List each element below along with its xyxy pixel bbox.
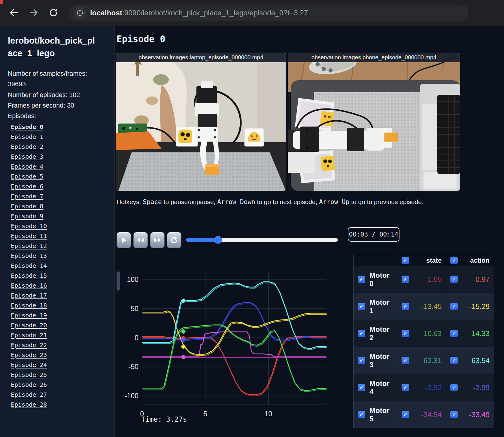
browser-reload-button[interactable]: [46, 5, 61, 20]
sidebar-episode-link[interactable]: Episode 25: [11, 370, 106, 380]
svg-text:50: 50: [131, 305, 138, 313]
state-column-checkbox[interactable]: [402, 257, 409, 264]
sidebar-episode-link[interactable]: Episode 7: [11, 191, 106, 201]
state-value: 10.63: [424, 329, 442, 338]
sidebar-episode-link[interactable]: Episode 8: [11, 201, 106, 211]
sidebar-episode-link[interactable]: Episode 16: [11, 281, 106, 291]
sidebar-episode-link[interactable]: Episode 4: [11, 162, 106, 172]
episodes-label: Episodes:: [8, 111, 99, 121]
video-panel-laptop[interactable]: observation.images.laptop_episode_000000…: [116, 53, 286, 191]
url-host: localhost: [90, 9, 122, 17]
sidebar-episode-link[interactable]: Episode 24: [11, 360, 106, 370]
fast-forward-icon: [153, 237, 161, 244]
browser-back-button[interactable]: [7, 5, 21, 20]
slider-fill: [186, 238, 218, 242]
motor-chart-svg: 100500-50-1000510: [119, 254, 329, 422]
sidebar-episode-link[interactable]: Episode 28: [11, 400, 106, 410]
video-title-bar: observation.images.phone_episode_000000.…: [288, 53, 460, 62]
motor-row-checkbox[interactable]: [358, 276, 365, 283]
motor-chart[interactable]: 100500-50-1000510: [119, 254, 329, 422]
svg-text:0: 0: [135, 334, 138, 342]
sidebar-episode-link[interactable]: Episode 18: [11, 301, 106, 310]
action-value-checkbox[interactable]: [450, 384, 458, 391]
sidebar-episode-link[interactable]: Episode 6: [11, 182, 106, 191]
state-value-checkbox[interactable]: [402, 384, 409, 391]
loop-button[interactable]: [167, 232, 181, 248]
motor-row-checkbox[interactable]: [358, 330, 365, 337]
motor-label: Motor 3: [369, 352, 393, 369]
sidebar-episode-link[interactable]: Episode 20: [11, 320, 106, 330]
slider-knob[interactable]: [214, 236, 222, 244]
browser-forward-button[interactable]: [26, 5, 41, 20]
motor-label: Motor 1: [369, 298, 393, 315]
motor-table-row: Motor 5-34.54-33.49: [354, 401, 494, 428]
fast-forward-button[interactable]: [150, 232, 165, 248]
sidebar-episode-link[interactable]: Episode 0: [11, 122, 106, 132]
hotkeys-help: Hotkeys: Space to pause/unpause, Arrow D…: [117, 198, 424, 206]
sidebar-episode-link[interactable]: Episode 27: [11, 390, 106, 400]
sidebar-episode-link[interactable]: Episode 19: [11, 310, 106, 320]
sidebar-episode-link[interactable]: Episode 23: [11, 350, 106, 360]
state-value-checkbox[interactable]: [402, 411, 409, 418]
motor-header-cell: [354, 255, 397, 266]
motor-table-row: Motor 362.3163.54: [354, 347, 494, 374]
forward-arrow-icon: [29, 8, 39, 18]
sidebar-episode-link[interactable]: Episode 22: [11, 340, 106, 350]
action-value-checkbox[interactable]: [450, 330, 458, 337]
action-value: -0.97: [473, 275, 490, 284]
stat-fps: Frames per second: 30: [8, 100, 99, 111]
play-icon: [120, 237, 127, 244]
address-bar[interactable]: localhost:9090/lerobot/koch_pick_place_1…: [68, 5, 469, 21]
sidebar-episode-link[interactable]: Episode 21: [11, 330, 106, 340]
state-value-checkbox[interactable]: [402, 276, 409, 283]
state-value-checkbox[interactable]: [402, 330, 409, 337]
sidebar-episode-link[interactable]: Episode 1: [11, 132, 106, 142]
state-value: -3.52: [425, 384, 442, 392]
action-value-checkbox[interactable]: [450, 303, 458, 310]
state-value: -34.54: [421, 411, 442, 419]
motor-row-checkbox[interactable]: [358, 411, 365, 418]
sidebar-episode-link[interactable]: Episode 15: [11, 271, 106, 281]
action-header-cell: action: [446, 255, 494, 266]
action-value-checkbox[interactable]: [450, 276, 458, 283]
video-title: observation.images.laptop_episode_000000…: [138, 54, 263, 61]
motor-table-row: Motor 1-13.45-15.29: [354, 293, 494, 320]
motor-row-checkbox[interactable]: [358, 357, 365, 364]
state-value-checkbox[interactable]: [402, 357, 409, 364]
dataset-stats: Number of samples/frames: 39693 Number o…: [8, 69, 99, 121]
motor-table: state action Motor 0-1.05-0.97Motor 1-13…: [353, 255, 494, 428]
motor-table-row: Motor 4-3.52-2.99: [354, 374, 494, 401]
svg-text:-50: -50: [129, 363, 138, 371]
sidebar-episode-link[interactable]: Episode 3: [11, 152, 106, 162]
sidebar-episode-link[interactable]: Episode 14: [11, 261, 106, 271]
window-corner-accent: [0, 0, 3, 4]
action-value-checkbox[interactable]: [450, 411, 458, 418]
action-column-checkbox[interactable]: [450, 257, 458, 264]
state-value-checkbox[interactable]: [402, 303, 409, 310]
rewind-button[interactable]: [133, 232, 148, 248]
motor-row-checkbox[interactable]: [358, 303, 365, 310]
sidebar-episode-link[interactable]: Episode 5: [11, 172, 106, 182]
stat-episodes: Number of episodes: 102: [8, 90, 99, 100]
play-button[interactable]: [117, 232, 131, 248]
hotkeys-text3: to go to previous episode.: [349, 198, 423, 205]
hotkey-space: Space: [143, 198, 162, 206]
sidebar-episode-link[interactable]: Episode 13: [11, 251, 106, 261]
sidebar-episode-link[interactable]: Episode 11: [11, 231, 106, 241]
site-info-icon[interactable]: [74, 7, 86, 19]
video-title: observation.images.phone_episode_000000.…: [311, 54, 436, 61]
hotkey-arrow-down: Arrow Down: [217, 198, 255, 206]
svg-text:-100: -100: [125, 392, 138, 400]
sidebar-episode-link[interactable]: Episode 2: [11, 142, 106, 152]
sidebar-episode-link[interactable]: Episode 12: [11, 241, 106, 251]
motor-row-checkbox[interactable]: [358, 384, 365, 391]
sidebar-episode-link[interactable]: Episode 10: [11, 221, 106, 231]
action-value: 14.33: [472, 329, 490, 338]
video-progress-slider[interactable]: [186, 238, 338, 242]
sidebar-episode-link[interactable]: Episode 26: [11, 380, 106, 390]
action-value-checkbox[interactable]: [450, 357, 458, 364]
sidebar-episode-link[interactable]: Episode 17: [11, 291, 106, 301]
video-panel-phone[interactable]: observation.images.phone_episode_000000.…: [288, 53, 460, 191]
state-value: -13.45: [421, 302, 442, 311]
sidebar-episode-link[interactable]: Episode 9: [11, 211, 106, 221]
